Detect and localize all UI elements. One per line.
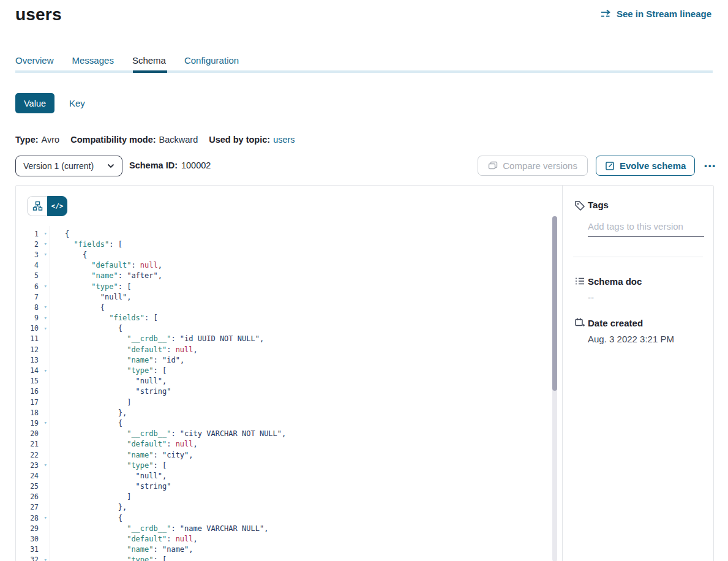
code-line: 24 "null",	[16, 470, 286, 481]
code-text: },	[65, 503, 127, 511]
compat-label: Compatibility mode:	[70, 135, 156, 145]
code-line: 22 "name": "city",	[16, 450, 286, 460]
line-number: 13	[16, 356, 39, 364]
schema-id-label: Schema ID:	[129, 160, 178, 170]
code-line: 20 "__crdb__": "city VARCHAR NOT NULL",	[16, 429, 286, 439]
line-number: 20	[16, 429, 39, 438]
line-number: 3	[16, 250, 39, 259]
code-text: "__crdb__": "name VARCHAR NULL",	[65, 524, 268, 533]
version-dropdown[interactable]: Version 1 (current)	[15, 156, 122, 176]
line-number: 23	[16, 461, 39, 470]
line-number: 24	[16, 472, 39, 480]
schema-sidebar: Tags Schema doc --	[562, 186, 714, 561]
schema-panel: </> 1▾{2▾ "fields": [3▾ {4 "default": nu…	[15, 185, 714, 561]
schema-id: Schema ID: 100002	[129, 160, 211, 170]
code-line: 32▾ "type": [	[16, 555, 286, 561]
key-toggle-link[interactable]: Key	[69, 98, 85, 108]
editor-scrollbar-track[interactable]	[552, 216, 557, 561]
code-line: 7 "null",	[16, 292, 286, 302]
code-text: "__crdb__": "city VARCHAR NOT NULL",	[65, 429, 286, 438]
code-line: 16 "string"	[16, 386, 286, 397]
fold-toggle-icon[interactable]: ▾	[39, 368, 50, 374]
code-text: "default": null,	[65, 345, 198, 354]
editor-scrollbar-thumb[interactable]	[552, 216, 557, 391]
code-text: "fields": [	[65, 240, 122, 249]
line-number: 9	[16, 314, 39, 322]
type-label: Type:	[15, 135, 39, 145]
code-text: "type": [	[65, 282, 131, 291]
line-number: 32	[16, 555, 39, 561]
schema-view-toggle: </>	[27, 196, 67, 216]
fold-toggle-icon[interactable]: ▾	[39, 241, 50, 247]
type-value: Avro	[42, 135, 60, 145]
compat-value: Backward	[159, 135, 198, 145]
line-number: 28	[16, 514, 39, 522]
value-toggle-button[interactable]: Value	[15, 93, 54, 113]
line-number: 14	[16, 366, 39, 375]
line-number: 29	[16, 524, 39, 533]
line-number: 4	[16, 261, 39, 269]
code-text: "name": "id",	[65, 356, 184, 364]
code-text: ]	[65, 398, 131, 407]
code-line: 4 "default": null,	[16, 260, 286, 271]
schema-doc-icon	[574, 276, 585, 287]
version-dropdown-value: Version 1 (current)	[23, 161, 94, 171]
line-number: 22	[16, 451, 39, 459]
code-line: 12 "default": null,	[16, 344, 286, 355]
compare-icon	[488, 161, 498, 171]
code-text: "string"	[65, 482, 171, 491]
fold-toggle-icon[interactable]: ▾	[39, 304, 50, 310]
date-created-value: Aug. 3 2022 3:21 PM	[588, 334, 674, 344]
evolve-schema-button[interactable]: Evolve schema	[596, 156, 695, 176]
code-text: "name": "name",	[65, 545, 193, 554]
code-view-button[interactable]: </>	[47, 196, 67, 216]
code-line: 21 "default": null,	[16, 439, 286, 450]
code-line: 10▾ {	[16, 323, 286, 334]
code-text: {	[65, 303, 105, 312]
stream-lineage-icon	[601, 9, 612, 19]
tag-icon	[574, 200, 585, 211]
schema-type: Type: Avro	[15, 135, 59, 145]
fold-toggle-icon[interactable]: ▾	[39, 231, 50, 236]
edit-icon	[605, 161, 615, 171]
code-view-icon: </>	[51, 202, 64, 210]
fold-toggle-icon[interactable]: ▾	[39, 252, 50, 257]
fold-toggle-icon[interactable]: ▾	[39, 284, 50, 289]
code-text: "string"	[65, 387, 171, 396]
code-text: "type": [	[65, 366, 167, 375]
more-options-icon[interactable]: •••	[703, 159, 718, 173]
compare-versions-button[interactable]: Compare versions	[478, 156, 588, 176]
schema-id-value: 100002	[181, 160, 211, 170]
code-line: 3▾ {	[16, 249, 286, 260]
code-text: "__crdb__": "id UUID NOT NULL",	[65, 334, 264, 343]
code-line: 18 },	[16, 407, 286, 418]
page-title: users	[15, 5, 62, 24]
see-in-stream-lineage-link[interactable]: See in Stream lineage	[601, 9, 711, 19]
tags-heading: Tags	[588, 200, 609, 210]
fold-toggle-icon[interactable]: ▾	[39, 462, 50, 468]
tree-view-button[interactable]	[27, 196, 47, 216]
code-line: 13 "name": "id",	[16, 355, 286, 365]
code-text: "fields": [	[65, 314, 158, 322]
add-tags-input[interactable]	[588, 221, 704, 237]
fold-toggle-icon[interactable]: ▾	[39, 515, 50, 521]
compare-label: Compare versions	[503, 160, 577, 171]
topic-link[interactable]: users	[273, 135, 295, 145]
fold-toggle-icon[interactable]: ▾	[39, 326, 50, 331]
tree-view-icon	[32, 201, 43, 211]
topic-label: Used by topic:	[209, 135, 270, 145]
calendar-plus-icon	[574, 317, 585, 328]
fold-toggle-icon[interactable]: ▾	[39, 557, 50, 561]
fold-toggle-icon[interactable]: ▾	[39, 315, 50, 321]
line-number: 30	[16, 535, 39, 543]
code-line: 29 "__crdb__": "name VARCHAR NULL",	[16, 523, 286, 533]
code-text: "type": [	[65, 555, 167, 561]
fold-toggle-icon[interactable]: ▾	[39, 420, 50, 426]
code-line: 2▾ "fields": [	[16, 239, 286, 249]
code-line: 19▾ {	[16, 418, 286, 428]
tabs-underline	[15, 70, 713, 73]
line-number: 2	[16, 240, 39, 249]
line-number: 19	[16, 419, 39, 427]
code-line: 26 ]	[16, 492, 286, 502]
line-number: 12	[16, 345, 39, 354]
